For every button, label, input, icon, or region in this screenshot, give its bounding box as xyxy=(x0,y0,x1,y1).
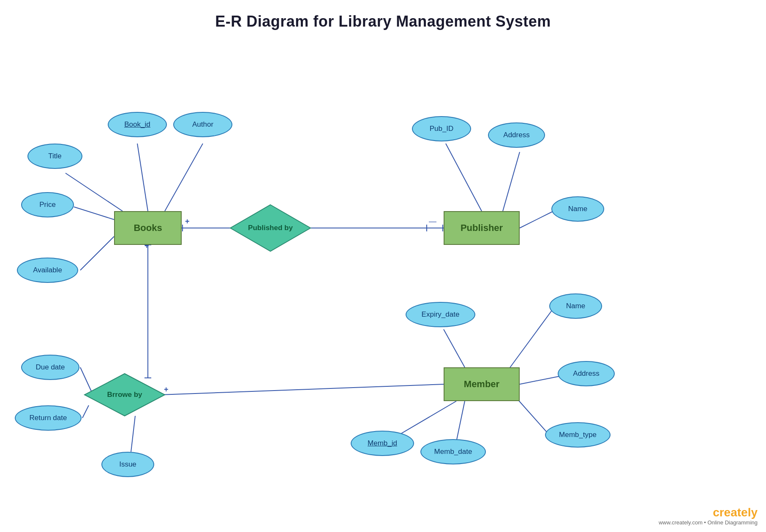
attr-issue: Issue xyxy=(101,452,154,477)
attr-available: Available xyxy=(17,258,78,283)
svg-line-11 xyxy=(503,152,520,211)
attr-due-date: Due date xyxy=(21,355,79,380)
svg-marker-30 xyxy=(230,205,311,251)
attr-return-date: Return date xyxy=(15,405,82,431)
attr-memb-type: Memb_type xyxy=(545,422,611,448)
svg-line-12 xyxy=(520,211,553,228)
attr-memb-date: Memb_date xyxy=(420,439,486,464)
entity-publisher: Publisher xyxy=(444,211,520,245)
svg-line-4 xyxy=(80,236,114,270)
attr-mem-name: Name xyxy=(549,293,602,319)
attr-author: Author xyxy=(173,112,232,137)
svg-line-18 xyxy=(131,416,135,452)
attr-title: Title xyxy=(27,144,82,169)
svg-line-20 xyxy=(444,329,465,367)
attr-mem-address: Address xyxy=(558,361,615,386)
svg-line-2 xyxy=(165,144,203,211)
watermark-tagline: www.creately.com • Online Diagramming xyxy=(659,519,758,526)
svg-line-22 xyxy=(520,376,562,384)
attr-book-id: Book_id xyxy=(108,112,167,137)
attr-expiry-date: Expiry_date xyxy=(406,302,475,327)
attr-pub-address: Address xyxy=(488,122,545,148)
watermark: creately www.creately.com • Online Diagr… xyxy=(659,506,758,526)
entity-member: Member xyxy=(444,367,520,401)
svg-line-19 xyxy=(161,384,444,395)
svg-text:Brrowe by: Brrowe by xyxy=(107,391,142,399)
attr-pub-id: Pub_ID xyxy=(412,116,471,141)
svg-line-3 xyxy=(74,207,114,220)
svg-text:+: + xyxy=(185,217,190,225)
diagram-title: E-R Diagram for Library Management Syste… xyxy=(0,0,766,30)
attr-price: Price xyxy=(21,192,74,217)
diagram-container: + — + + Books Publisher Member Published… xyxy=(0,34,766,532)
svg-line-10 xyxy=(446,144,482,211)
attr-memb-id: Memb_id xyxy=(351,431,414,456)
svg-line-21 xyxy=(507,308,553,372)
svg-text:Published by: Published by xyxy=(248,224,293,232)
svg-text:—: — xyxy=(429,217,436,225)
svg-marker-32 xyxy=(85,374,165,416)
svg-line-0 xyxy=(137,144,148,211)
relationship-brrowe-by: Brrowe by xyxy=(82,372,167,418)
entity-books: Books xyxy=(114,211,182,245)
relationship-published-by: Published by xyxy=(228,203,313,253)
svg-line-23 xyxy=(515,397,549,435)
watermark-brand: creately xyxy=(659,506,758,519)
svg-line-1 xyxy=(65,173,123,211)
attr-pub-name: Name xyxy=(551,196,604,222)
